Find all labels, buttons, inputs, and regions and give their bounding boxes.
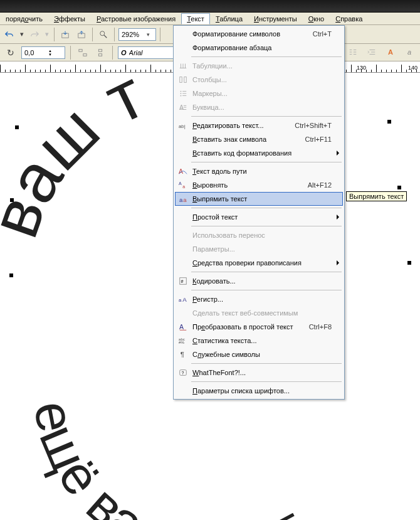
chevron-down-icon[interactable]: ▾ <box>44 28 50 41</box>
menu-separator <box>191 56 342 57</box>
svg-rect-4 <box>83 53 87 56</box>
menu-item-28[interactable]: ¶Служебные символы <box>175 348 343 361</box>
svg-rect-6 <box>98 53 102 56</box>
menubar-item-4[interactable]: Таблица <box>210 13 248 24</box>
search-icon[interactable] <box>97 28 110 41</box>
redo-arrow-icon[interactable] <box>28 28 41 41</box>
menu-item-5: Маркеры... <box>175 87 343 100</box>
list-icon[interactable] <box>346 45 360 59</box>
submenu-arrow-icon <box>337 260 339 265</box>
indent-icon[interactable] <box>365 45 379 59</box>
right-controls: A a <box>346 45 416 59</box>
selection-handle[interactable] <box>387 120 391 124</box>
selection-handle[interactable] <box>9 273 13 277</box>
menu-separator <box>191 272 342 272</box>
menu-item-8[interactable]: ab|Редактировать текст...Ctrl+Shift+T <box>175 119 343 132</box>
font-name[interactable] <box>129 49 178 56</box>
rotation-value[interactable] <box>24 49 46 56</box>
menu-label: Столбцы... <box>192 76 332 83</box>
menu-item-26[interactable]: AПреобразовать в простой текстCtrl+F8 <box>175 320 343 334</box>
svg-text:?: ? <box>181 371 184 375</box>
menu-label: Параметры списка шрифтов... <box>192 387 332 395</box>
menu-label: Кодировать... <box>192 277 332 285</box>
menu-item-1[interactable]: Форматирование абзаца <box>175 41 343 55</box>
menu-item-22[interactable]: #Кодировать... <box>175 274 343 288</box>
menu-item-9[interactable]: Вставить знак символаCtrl+F11 <box>175 132 343 146</box>
menu-item-24[interactable]: aAРегистр... <box>175 292 343 306</box>
encode-icon: # <box>177 275 189 287</box>
svg-text:a: a <box>179 297 182 303</box>
menubar-item-2[interactable]: Растровые изображения <box>91 13 181 24</box>
chevron-down-icon[interactable]: ▾ <box>147 31 150 38</box>
menu-label: Вставить код форматирования <box>192 149 332 157</box>
menu-item-32[interactable]: Параметры списка шрифтов... <box>175 384 343 398</box>
spinner-icon[interactable]: ▲▼ <box>48 49 52 56</box>
menu-label: Выпрямить текст <box>192 195 332 203</box>
svg-point-11 <box>181 91 182 92</box>
menu-item-18: Использовать перенос <box>175 228 343 242</box>
svg-text:a: a <box>182 184 185 189</box>
zoom-input[interactable]: ▾ <box>118 28 156 41</box>
menu-item-0[interactable]: Форматирование символовCtrl+T <box>175 27 343 41</box>
menu-item-10[interactable]: Вставить код форматирования <box>175 146 343 160</box>
rotate-icon[interactable]: ↻ <box>4 46 18 60</box>
svg-text:A: A <box>179 181 182 186</box>
svg-text:#%: #% <box>179 340 184 344</box>
submenu-arrow-icon <box>337 151 339 156</box>
menu-separator <box>191 226 342 226</box>
svg-rect-3 <box>79 49 82 51</box>
menu-label: Параметры... <box>192 245 332 253</box>
svg-point-2 <box>100 31 105 35</box>
svg-point-13 <box>181 95 182 97</box>
menu-label: Использовать перенос <box>192 231 332 239</box>
svg-rect-9 <box>180 77 182 83</box>
menu-item-6: AБуквица... <box>175 100 343 114</box>
selection-handle[interactable] <box>407 261 411 265</box>
menubar-item-7[interactable]: Справка <box>330 13 368 24</box>
menubar-item-1[interactable]: Эффекты <box>48 13 91 24</box>
svg-text:A: A <box>182 296 187 303</box>
selection-handle[interactable] <box>10 198 14 202</box>
straighten-icon: aa <box>178 194 189 205</box>
text-menu-dropdown: Форматирование символовCtrl+TФорматирова… <box>173 25 345 400</box>
menu-separator <box>191 116 342 117</box>
svg-rect-10 <box>184 77 187 83</box>
menu-item-30[interactable]: ?WhatTheFont?!... <box>175 366 343 379</box>
menu-item-27[interactable]: abc#%Статистика текста... <box>175 334 343 348</box>
align2-icon[interactable] <box>93 46 107 60</box>
menu-label: Служебные символы <box>192 351 332 358</box>
import-icon[interactable] <box>58 28 72 41</box>
rotation-input[interactable]: ▲▼ <box>21 46 65 59</box>
align-icon[interactable] <box>76 46 90 60</box>
menu-item-20[interactable]: Средства проверки правописания <box>175 256 343 270</box>
a-label[interactable]: a <box>402 45 416 59</box>
zoom-value[interactable] <box>122 31 144 38</box>
undo-arrow-icon[interactable] <box>3 28 16 41</box>
menubar-item-5[interactable]: Инструменты <box>248 13 303 24</box>
selection-handle[interactable] <box>15 125 19 129</box>
selection-handle[interactable] <box>397 186 401 189</box>
menubar-item-0[interactable]: порядочить <box>0 13 48 24</box>
menu-label: Статистика текста... <box>192 337 332 344</box>
edit-icon: ab| <box>177 120 189 131</box>
menu-label: Буквица... <box>192 103 332 111</box>
export-icon[interactable] <box>75 28 88 41</box>
font-select[interactable]: O <box>118 46 174 59</box>
menu-label: Сделать текст веб-совместимым <box>192 309 332 317</box>
menu-separator <box>191 290 342 290</box>
bucket-A-icon[interactable]: A <box>384 45 397 59</box>
align-icon: Aa <box>177 179 189 191</box>
menu-item-12[interactable]: AТекст вдоль пути <box>175 164 343 178</box>
menu-shortcut: Ctrl+F8 <box>309 323 332 331</box>
menu-item-16[interactable]: Простой текст <box>175 210 343 224</box>
menubar-item-6[interactable]: Окно <box>303 13 330 24</box>
chevron-down-icon[interactable]: ▾ <box>19 28 25 41</box>
menu-label: Табуляции... <box>192 62 332 70</box>
menu-item-14[interactable]: aaВыпрямить текст <box>175 192 343 206</box>
menu-item-4: Столбцы... <box>175 73 343 87</box>
menu-shortcut: Alt+F12 <box>308 181 332 189</box>
menu-item-13[interactable]: AaВыровнятьAlt+F12 <box>175 178 343 192</box>
menubar-item-3[interactable]: Текст <box>181 13 210 24</box>
svg-point-12 <box>181 93 182 94</box>
svg-text:a: a <box>179 196 183 203</box>
